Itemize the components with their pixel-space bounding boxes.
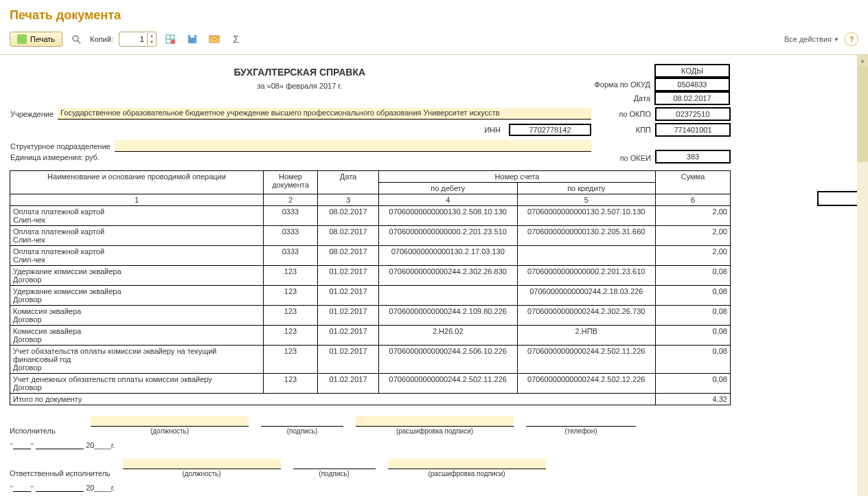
cell-num: 0333	[264, 206, 318, 226]
printer-icon	[17, 34, 27, 44]
cell-num: 0333	[264, 226, 318, 246]
spinner-down[interactable]: ▼	[148, 39, 156, 45]
codes-header: КОДЫ	[655, 65, 729, 77]
division-field[interactable]	[115, 140, 591, 152]
cell-date: 01.02.2017	[318, 326, 379, 346]
date-line-1: "" 20____г.	[10, 440, 731, 449]
table-row: Оплата платежной картойСлип-чек033308.02…	[10, 246, 731, 266]
scroll-up-button[interactable]: ▲	[857, 55, 868, 66]
cell-sum: 0,08	[656, 326, 731, 346]
inn-value: 7702778142	[509, 124, 591, 136]
okei-label: по ОКЕИ	[592, 138, 655, 164]
cell-num: 123	[264, 306, 318, 326]
copies-spinner[interactable]: ▲▼	[119, 32, 157, 47]
responsible-sign-field[interactable]	[293, 459, 376, 469]
spinner-up[interactable]: ▲	[148, 33, 156, 39]
doc-title: БУХГАЛТЕРСКАЯ СПРАВКА	[10, 67, 589, 78]
document: БУХГАЛТЕРСКАЯ СПРАВКА за «08» февраля 20…	[10, 62, 731, 492]
svg-rect-7	[190, 35, 194, 38]
doc-subtitle: за «08» февраля 2017 г.	[10, 82, 589, 90]
svg-point-5	[171, 40, 175, 44]
cell-name: Удержание комиссии эквайераДоговор	[10, 286, 264, 306]
th-acc: Номер счета	[379, 171, 656, 183]
envelope-icon	[209, 34, 220, 44]
cell-credit: 07060000000000130.2.507.10.130	[517, 206, 656, 226]
all-actions-menu[interactable]: Все действия ▼	[784, 35, 839, 43]
table-row: Комиссия эквайераДоговор12301.02.2017070…	[10, 306, 731, 326]
cell-credit: 07060000000000244.2.302.26.730	[517, 306, 656, 326]
table-button[interactable]	[162, 31, 179, 47]
okud-value: 0504833	[655, 78, 729, 91]
cell-name: Удержание комиссии эквайераДоговор	[10, 266, 264, 286]
preview-button[interactable]	[68, 31, 84, 47]
table-row: Учет денежных обязательств оплаты комисс…	[10, 374, 731, 394]
cell-num: 0333	[264, 246, 318, 266]
total-value: 4,32	[656, 394, 731, 405]
total-label: Итого по документу	[10, 394, 656, 405]
cell-name: Оплата платежной картойСлип-чек	[10, 246, 264, 266]
responsible-dec-field[interactable]	[388, 459, 546, 469]
org-label: Учреждение	[10, 110, 58, 118]
copies-input[interactable]	[119, 35, 147, 43]
table-row: Удержание комиссии эквайераДоговор12301.…	[10, 266, 731, 286]
toolbar: Печать Копий: ▲▼ Σ Все действия ▼ ?	[0, 28, 868, 55]
cell-name: Учет денежных обязательств оплаты комисс…	[10, 374, 264, 394]
print-button[interactable]: Печать	[10, 32, 62, 47]
save-button[interactable]	[184, 31, 201, 47]
okpo-value: 02372510	[656, 108, 730, 120]
cell-date: 01.02.2017	[318, 286, 379, 306]
cell-num: 123	[264, 286, 318, 306]
th-sum: Сумма	[656, 171, 731, 194]
sigma-icon: Σ	[233, 34, 240, 45]
cell-name: Оплата платежной картойСлип-чек	[10, 206, 264, 226]
executor-phone-field[interactable]	[526, 416, 636, 427]
help-button[interactable]: ?	[845, 32, 858, 46]
cap-phone-1: (телефон)	[526, 427, 636, 435]
date-value: 08.02.2017	[655, 92, 729, 104]
floppy-icon	[187, 34, 198, 45]
vertical-scrollbar[interactable]: ▲ ▼	[857, 55, 868, 496]
idx-3: 3	[318, 194, 379, 206]
cell-sum: 0,08	[656, 286, 731, 306]
table-row: Учет обязательств оплаты комиссии эквайе…	[10, 346, 731, 374]
cell-sum: 0,08	[656, 346, 731, 374]
cell-date: 01.02.2017	[318, 346, 379, 374]
svg-line-1	[78, 41, 80, 43]
cell-credit: 07060000000000244.2.18.03.226	[517, 286, 656, 306]
cell-credit: 2.НПВ	[517, 326, 656, 346]
kpp-label: КПП	[592, 122, 655, 138]
responsible-label: Ответственный исполнитель	[10, 469, 111, 477]
th-debit: по дебету	[379, 183, 518, 194]
division-label: Структурное подразделение	[10, 142, 115, 150]
cell-sum: 2,00	[656, 246, 731, 266]
cap-dec-1: (расшифровка подписи)	[356, 427, 514, 435]
cell-debit: 07060000000000000.2.201.23.510	[379, 226, 518, 246]
cap-sign-2: (подпись)	[293, 470, 376, 477]
executor-post-field[interactable]	[91, 416, 249, 427]
cell-debit: 07060000000000244.2.302.26.830	[379, 266, 518, 286]
signature-section: Исполнитель (должность) (подпись) (расши…	[10, 416, 731, 492]
cell-num: 123	[264, 326, 318, 346]
cell-debit	[379, 286, 518, 306]
magnifier-icon	[71, 34, 82, 45]
org-field[interactable]: Государственное образовательное бюджетно…	[58, 108, 591, 120]
responsible-post-field[interactable]	[123, 459, 281, 469]
cell-date: 08.02.2017	[318, 206, 379, 226]
table-row: Комиссия эквайераДоговор12301.02.20172.Н…	[10, 326, 731, 346]
cap-sign-1: (подпись)	[261, 427, 343, 435]
cell-date: 08.02.2017	[318, 246, 379, 266]
table-row: Удержание комиссии эквайераДоговор12301.…	[10, 286, 731, 306]
scroll-thumb[interactable]	[857, 66, 868, 162]
th-name: Наименование и основание проводимой опер…	[10, 171, 264, 194]
cell-num: 123	[264, 374, 318, 394]
cell-num: 123	[264, 266, 318, 286]
cell-debit: 07060000000000130.2.17.03.130	[379, 246, 518, 266]
sum-button[interactable]: Σ	[228, 31, 244, 47]
cell-sum: 2,00	[656, 206, 731, 226]
cap-post-1: (должность)	[91, 427, 249, 435]
executor-sign-field[interactable]	[261, 416, 343, 427]
cell-sum: 0,08	[656, 266, 731, 286]
executor-dec-field[interactable]	[356, 416, 514, 427]
mail-button[interactable]	[206, 31, 222, 47]
cell-date: 01.02.2017	[318, 266, 379, 286]
